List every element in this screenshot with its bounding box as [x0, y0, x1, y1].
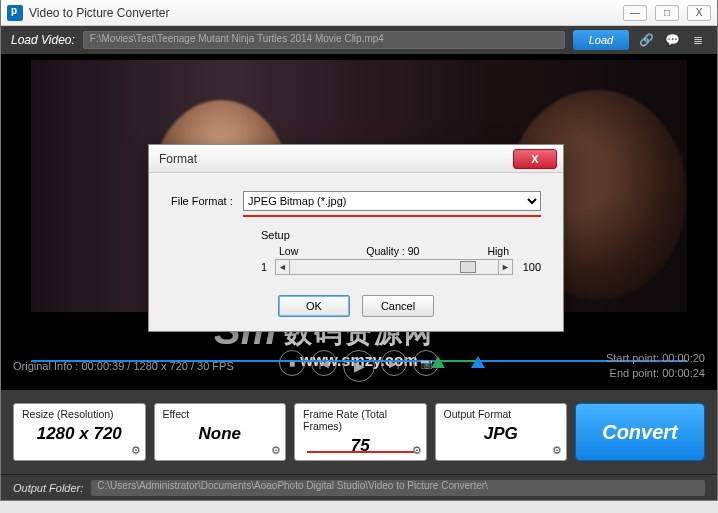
resize-box[interactable]: Resize (Resolution) 1280 x 720 ⚙	[13, 403, 146, 461]
end-point-value: 00:00:24	[662, 367, 705, 379]
convert-button[interactable]: Convert	[575, 403, 705, 461]
chat-icon[interactable]: 💬	[663, 31, 681, 49]
range-points: Start point: 00:00:20 End point: 00:00:2…	[439, 351, 705, 382]
highlight-line	[243, 215, 541, 217]
titlebar: Video to Picture Converter — □ X	[1, 0, 717, 26]
gear-icon[interactable]: ⚙	[552, 444, 562, 457]
cancel-button[interactable]: Cancel	[362, 295, 434, 317]
end-point-label: End point:	[610, 367, 660, 379]
slider-min: 1	[261, 261, 271, 273]
video-path-field[interactable]: F:\Movies\Test\Teenage Mutant Ninja Turt…	[83, 31, 565, 49]
resize-value: 1280 x 720	[22, 424, 137, 444]
maximize-button[interactable]: □	[655, 5, 679, 21]
config-bar: Resize (Resolution) 1280 x 720 ⚙ Effect …	[1, 390, 717, 474]
setup-label: Setup	[261, 229, 541, 241]
list-icon[interactable]: ≣	[689, 31, 707, 49]
resize-header: Resize (Resolution)	[22, 408, 137, 420]
effect-header: Effect	[163, 408, 278, 420]
format-dialog: Format X File Format : JPEG Bitmap (*.jp…	[148, 144, 564, 332]
slider-thumb[interactable]	[460, 261, 476, 273]
next-frame-button[interactable]: ▶|	[381, 350, 407, 376]
load-video-label: Load Video:	[11, 33, 75, 47]
close-button[interactable]: X	[687, 5, 711, 21]
effect-box[interactable]: Effect None ⚙	[154, 403, 287, 461]
framerate-box[interactable]: Frame Rate (Total Frames) 75 ⚙	[294, 403, 427, 461]
snapshot-button[interactable]: 📷	[413, 350, 439, 376]
original-info-label: Original Info : 00:00:39 / 1280 x 720 / …	[13, 360, 279, 372]
quality-label: Quality : 90	[366, 245, 419, 257]
output-format-box[interactable]: Output Format JPG ⚙	[435, 403, 568, 461]
start-point-value: 00:00:20	[662, 352, 705, 364]
output-format-value: JPG	[444, 424, 559, 444]
gear-icon[interactable]: ⚙	[271, 444, 281, 457]
output-folder-label: Output Folder:	[13, 482, 83, 494]
quality-slider[interactable]: ◄ ►	[275, 259, 513, 275]
low-label: Low	[279, 245, 298, 257]
load-button[interactable]: Load	[573, 30, 629, 50]
app-logo-icon	[7, 5, 23, 21]
file-format-select[interactable]: JPEG Bitmap (*.jpg)	[243, 191, 541, 211]
dialog-title: Format	[155, 152, 513, 166]
slider-right-arrow-icon[interactable]: ►	[498, 260, 512, 274]
prev-frame-button[interactable]: |◀	[311, 350, 337, 376]
output-folder-bar: Output Folder: C:\Users\Administrator\Do…	[1, 474, 717, 500]
playback-controls: ■ |◀ ▶ ▶| 📷	[279, 350, 439, 382]
slider-max: 100	[517, 261, 541, 273]
framerate-value: 75	[303, 436, 418, 456]
gear-icon[interactable]: ⚙	[412, 444, 422, 457]
play-button[interactable]: ▶	[343, 350, 375, 382]
dialog-titlebar: Format X	[149, 145, 563, 173]
window-title: Video to Picture Converter	[29, 6, 623, 20]
gear-icon[interactable]: ⚙	[131, 444, 141, 457]
stop-button[interactable]: ■	[279, 350, 305, 376]
output-format-header: Output Format	[444, 408, 559, 420]
high-label: High	[487, 245, 509, 257]
file-format-label: File Format :	[171, 195, 243, 207]
slider-left-arrow-icon[interactable]: ◄	[276, 260, 290, 274]
effect-value: None	[163, 424, 278, 444]
output-folder-field[interactable]: C:\Users\Administrator\Documents\AoaoPho…	[91, 480, 705, 496]
dialog-close-button[interactable]: X	[513, 149, 557, 169]
minimize-button[interactable]: —	[623, 5, 647, 21]
framerate-header: Frame Rate (Total Frames)	[303, 408, 418, 432]
load-video-bar: Load Video: F:\Movies\Test\Teenage Mutan…	[1, 26, 717, 54]
attach-icon[interactable]: 🔗	[637, 31, 655, 49]
start-point-label: Start point:	[606, 352, 659, 364]
ok-button[interactable]: OK	[278, 295, 350, 317]
